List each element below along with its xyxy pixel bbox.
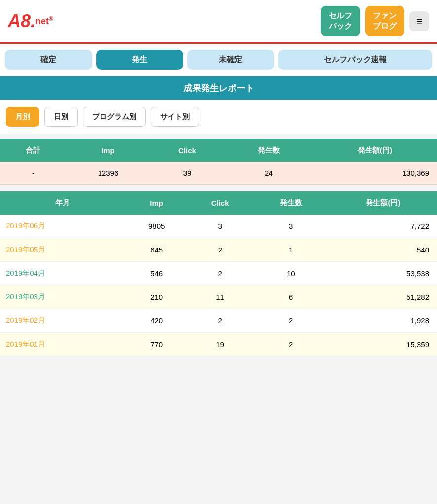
date-link[interactable]: 2019年01月 <box>6 340 45 348</box>
summary-amount: 130,369 <box>313 162 437 185</box>
header: A8.net® セルフバック ファンブログ ≡ <box>0 0 437 44</box>
date-link[interactable]: 2019年05月 <box>6 245 45 253</box>
filter-daily[interactable]: 日別 <box>44 107 78 127</box>
summary-count: 24 <box>225 162 313 185</box>
logo-net: net® <box>35 15 53 27</box>
detail-click: 11 <box>188 285 253 309</box>
detail-imp: 645 <box>126 238 188 261</box>
detail-date[interactable]: 2019年04月 <box>0 261 126 285</box>
detail-date[interactable]: 2019年01月 <box>0 332 126 356</box>
detail-amount: 15,359 <box>329 332 437 356</box>
tab-kakutei-label: 確定 <box>40 55 56 63</box>
detail-imp: 420 <box>126 309 188 332</box>
filter-program-label: プログラム別 <box>92 112 136 121</box>
detail-date[interactable]: 2019年03月 <box>0 285 126 309</box>
logo-dot: . <box>31 11 35 32</box>
header-buttons: セルフバック ファンブログ ≡ <box>321 6 429 36</box>
detail-count: 2 <box>253 332 329 356</box>
tabs-row: 確定 発生 未確定 セルフバック速報 <box>0 44 437 76</box>
detail-table-section: 年月 Imp Click 発生数 発生額(円) 2019年06月 9805 3 … <box>0 191 437 356</box>
detail-date[interactable]: 2019年06月 <box>0 215 126 238</box>
detail-amount: 1,928 <box>329 309 437 332</box>
summary-col-imp: Imp <box>67 139 150 162</box>
detail-count: 2 <box>253 309 329 332</box>
report-title-bar: 成果発生レポート <box>0 76 437 100</box>
detail-click: 2 <box>188 238 253 261</box>
detail-imp: 770 <box>126 332 188 356</box>
detail-count: 1 <box>253 238 329 261</box>
menu-button[interactable]: ≡ <box>409 11 429 31</box>
detail-imp: 9805 <box>126 215 188 238</box>
tab-mikakunin-label: 未確定 <box>219 55 242 63</box>
detail-click: 2 <box>188 309 253 332</box>
detail-count: 10 <box>253 261 329 285</box>
detail-count: 6 <box>253 285 329 309</box>
filter-site[interactable]: サイト別 <box>151 107 199 127</box>
date-link[interactable]: 2019年06月 <box>6 221 45 230</box>
detail-click: 19 <box>188 332 253 356</box>
logo: A8.net® <box>8 11 53 32</box>
summary-col-amount: 発生額(円) <box>313 139 437 162</box>
summary-label: - <box>0 162 67 185</box>
filter-program[interactable]: プログラム別 <box>83 107 146 127</box>
summary-imp: 12396 <box>67 162 150 185</box>
filter-monthly-label: 月別 <box>15 112 30 121</box>
detail-count: 3 <box>253 215 329 238</box>
filter-site-label: サイト別 <box>160 112 190 121</box>
detail-table: 年月 Imp Click 発生数 発生額(円) 2019年06月 9805 3 … <box>0 191 437 356</box>
summary-table-section: 合計 Imp Click 発生数 発生額(円) - 12396 39 24 13… <box>0 139 437 185</box>
detail-col-date: 年月 <box>0 191 126 215</box>
detail-row: 2019年03月 210 11 6 51,282 <box>0 285 437 309</box>
detail-row: 2019年05月 645 2 1 540 <box>0 238 437 261</box>
filter-daily-label: 日別 <box>54 112 68 121</box>
detail-amount: 53,538 <box>329 261 437 285</box>
tab-selfback-sokuhō[interactable]: セルフバック速報 <box>278 50 432 70</box>
detail-row: 2019年01月 770 19 2 15,359 <box>0 332 437 356</box>
summary-col-click: Click <box>150 139 225 162</box>
detail-click: 3 <box>188 215 253 238</box>
tab-selfback-label: セルフバック速報 <box>324 55 387 63</box>
detail-row: 2019年06月 9805 3 3 7,722 <box>0 215 437 238</box>
selfback-button[interactable]: セルフバック <box>321 6 360 36</box>
summary-col-total: 合計 <box>0 139 67 162</box>
filter-row: 月別 日別 プログラム別 サイト別 <box>0 100 437 134</box>
detail-amount: 51,282 <box>329 285 437 309</box>
tab-mikakunin[interactable]: 未確定 <box>187 50 274 70</box>
detail-col-click: Click <box>188 191 253 215</box>
logo-a8: A8 <box>8 12 31 30</box>
detail-date[interactable]: 2019年05月 <box>0 238 126 261</box>
detail-date[interactable]: 2019年02月 <box>0 309 126 332</box>
detail-row: 2019年02月 420 2 2 1,928 <box>0 309 437 332</box>
detail-col-count: 発生数 <box>253 191 329 215</box>
detail-col-imp: Imp <box>126 191 188 215</box>
summary-click: 39 <box>150 162 225 185</box>
hamburger-icon: ≡ <box>416 16 422 27</box>
detail-click: 2 <box>188 261 253 285</box>
tab-hassei-label: 発生 <box>132 55 147 63</box>
detail-imp: 546 <box>126 261 188 285</box>
detail-amount: 7,722 <box>329 215 437 238</box>
filter-monthly[interactable]: 月別 <box>6 107 39 127</box>
detail-row: 2019年04月 546 2 10 53,538 <box>0 261 437 285</box>
detail-amount: 540 <box>329 238 437 261</box>
report-title: 成果発生レポート <box>183 83 254 93</box>
date-link[interactable]: 2019年02月 <box>6 316 45 324</box>
date-link[interactable]: 2019年03月 <box>6 292 45 301</box>
date-link[interactable]: 2019年04月 <box>6 269 45 277</box>
detail-col-amount: 発生額(円) <box>329 191 437 215</box>
summary-table: 合計 Imp Click 発生数 発生額(円) - 12396 39 24 13… <box>0 139 437 185</box>
summary-data-row: - 12396 39 24 130,369 <box>0 162 437 185</box>
tab-kakutei[interactable]: 確定 <box>5 50 92 70</box>
fanblog-button[interactable]: ファンブログ <box>365 6 404 36</box>
tab-hassei[interactable]: 発生 <box>96 50 183 70</box>
detail-imp: 210 <box>126 285 188 309</box>
summary-col-count: 発生数 <box>225 139 313 162</box>
